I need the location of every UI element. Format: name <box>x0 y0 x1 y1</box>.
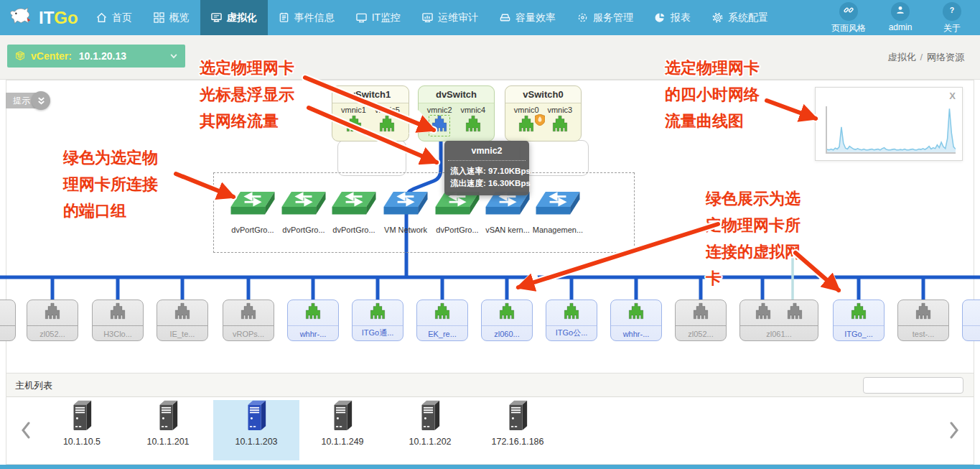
nic-icon <box>627 302 645 320</box>
user-button[interactable] <box>891 2 910 21</box>
vm-nic-area <box>93 300 143 320</box>
nav-util-user[interactable]: admin <box>878 2 923 34</box>
question-button[interactable]: ? <box>943 2 961 21</box>
close-icon[interactable]: X <box>949 90 956 101</box>
portgroup-Managemen[interactable]: Managemen... <box>532 191 584 234</box>
vm-label: ITGo公... <box>546 328 597 338</box>
top-navbar: ITGo 首页概览虚拟化事件信息IT监控运维审计容量效率服务管理报表系统配置 页… <box>0 0 980 35</box>
vm-label-divider <box>27 325 78 326</box>
app-logo[interactable]: ITGo <box>0 0 85 35</box>
vm-box-ITGo公...[interactable]: ITGo公... <box>546 299 597 341</box>
hint-badge[interactable]: 提示 <box>6 91 50 110</box>
portgroup-VMNetwork[interactable]: VM Network <box>380 191 431 234</box>
nav-util-label: 页面风格 <box>831 22 866 34</box>
breadcrumb-section[interactable]: 虚拟化 <box>887 52 915 62</box>
nav-item-label: 容量效率 <box>515 11 556 24</box>
vm-label-divider <box>288 325 338 326</box>
vmnic-vmnic4[interactable]: vmnic4 <box>460 106 485 133</box>
vmnic-vmnic2[interactable]: vmnic2 <box>427 106 452 133</box>
vm-label: EK_re... <box>417 330 467 338</box>
vm-box-zl060...[interactable]: zl060... <box>481 299 533 341</box>
vmnic-vmnic0[interactable]: vmnic0 <box>514 106 539 133</box>
nav-item-label: 首页 <box>112 11 132 24</box>
vm-label: H3Clo... <box>93 330 143 338</box>
nav-item-virtualization[interactable]: 虚拟化 <box>200 0 268 35</box>
vm-box-H3Clo...[interactable]: H3Clo... <box>92 299 144 341</box>
vm-box-zl052...[interactable]: zl052... <box>675 299 727 341</box>
portgroup-label: Managemen... <box>532 226 584 234</box>
link-button[interactable] <box>839 2 858 21</box>
vm-box-EK_re...[interactable]: EK_re... <box>416 299 468 341</box>
vm-label-divider <box>676 325 726 326</box>
vm-box-whhr-...[interactable]: whhr-... <box>610 299 662 341</box>
nav-util-question[interactable]: ?关于 <box>930 2 974 34</box>
vm-box-ITGo通...[interactable]: ITGo通... <box>352 299 403 341</box>
app-window: ITGo 首页概览虚拟化事件信息IT监控运维审计容量效率服务管理报表系统配置 页… <box>0 0 980 469</box>
vm-box-zl061...[interactable]: zl061... <box>739 299 818 341</box>
vmnic-label: vmnic2 <box>427 106 452 114</box>
nav-item-label: 虚拟化 <box>227 11 257 24</box>
vm-label: IE_te... <box>157 330 207 338</box>
host-item-10.1.10.5[interactable]: 10.1.10.5 <box>39 400 125 460</box>
vswitch-box-vSwitch1[interactable]: vSwitch1vmnic1vmnic5 <box>332 85 409 141</box>
nav-util-link[interactable]: 页面风格 <box>826 2 871 34</box>
vm-nic-area <box>740 300 818 320</box>
portgroup-label: vSAN kern... <box>482 226 533 234</box>
nav-item-ops-audit[interactable]: 运维审计 <box>411 0 489 35</box>
shield-icon <box>535 114 545 126</box>
nav-item-system-config[interactable]: 系统配置 <box>701 0 779 35</box>
nav-item-it-monitor[interactable]: IT监控 <box>345 0 411 35</box>
nic-icon <box>785 302 804 320</box>
nav-item-grid[interactable]: 概览 <box>143 0 200 35</box>
host-list-panel: 主机列表 10.1.10.510.1.1.20110.1.1.20310.1.1… <box>6 373 974 465</box>
portgroup-dvPortGro[interactable]: dvPortGro... <box>278 191 330 234</box>
nic-icon <box>378 114 396 133</box>
chevron-down-icon[interactable] <box>169 52 178 60</box>
portgroup-vSANkern[interactable]: vSAN kern... <box>482 191 533 234</box>
host-item-172.16.1.186[interactable]: 172.16.1.186 <box>475 400 561 460</box>
vm-box-IE_te...[interactable]: IE_te... <box>157 299 208 341</box>
portgroup-dvPortGro[interactable]: dvPortGro... <box>227 191 279 234</box>
portgroup-dvPortGro[interactable]: dvPortGro... <box>328 191 380 234</box>
search-input[interactable] <box>864 378 980 393</box>
vmnic-vmnic3[interactable]: vmnic3 <box>547 106 572 133</box>
nav-item-event[interactable]: 事件信息 <box>268 0 345 35</box>
vmnic-label: vmnic5 <box>375 106 400 114</box>
vm-label-divider <box>417 325 467 326</box>
vm-label-divider <box>546 325 597 326</box>
vm-box-partial-15[interactable] <box>962 299 980 341</box>
vm-box-whhr-...[interactable]: whhr-... <box>287 299 339 341</box>
host-item-10.1.1.201[interactable]: 10.1.1.201 <box>125 400 211 460</box>
nav-item-home[interactable]: 首页 <box>85 0 143 35</box>
portgroup-dvPortGro[interactable]: dvPortGro... <box>431 191 483 234</box>
nav-item-label: 服务管理 <box>593 11 633 24</box>
virtualization-icon <box>211 12 222 23</box>
vm-box-test-...[interactable]: test-... <box>897 299 949 341</box>
host-item-10.1.1.202[interactable]: 10.1.1.202 <box>387 400 473 460</box>
vmnic-vmnic1[interactable]: vmnic1 <box>341 106 366 133</box>
vcenter-selector[interactable]: vCenter: 10.1.20.13 <box>7 45 185 68</box>
nav-item-label: 运维审计 <box>438 11 478 24</box>
switch-icon <box>482 191 533 223</box>
vm-box-partial-0[interactable] <box>0 299 16 341</box>
nav-item-report[interactable]: 报表 <box>644 0 701 35</box>
vswitch-box-dvSwitch[interactable]: dvSwitchvmnic2vmnic4 <box>418 85 495 141</box>
server-icon <box>70 400 94 436</box>
vswitch-body: vmnic0vmnic3 <box>505 103 581 133</box>
nav-item-service[interactable]: 服务管理 <box>566 0 644 35</box>
chevrons-down-icon[interactable] <box>32 91 50 110</box>
host-search-box[interactable] <box>863 377 963 394</box>
vm-box-vROPs...[interactable]: vROPs... <box>223 299 274 341</box>
nav-item-capacity[interactable]: 容量效率 <box>489 0 566 35</box>
chevron-right-icon[interactable] <box>949 422 959 442</box>
chevron-left-icon[interactable] <box>21 422 31 442</box>
vmnic-vmnic5[interactable]: vmnic5 <box>375 106 400 133</box>
vm-box-ITGo_...[interactable]: ITGo_... <box>833 299 885 341</box>
host-item-10.1.1.203[interactable]: 10.1.1.203 <box>213 400 299 460</box>
host-ip-label: 10.1.1.201 <box>146 437 189 447</box>
vm-box-zl052...[interactable]: zl052... <box>27 299 78 341</box>
vswitch-box-vSwitch0[interactable]: vSwitch0vmnic0vmnic3 <box>505 85 582 141</box>
vm-nic-area <box>223 300 274 320</box>
nic-icon <box>914 302 933 320</box>
host-item-10.1.1.249[interactable]: 10.1.1.249 <box>299 400 386 460</box>
